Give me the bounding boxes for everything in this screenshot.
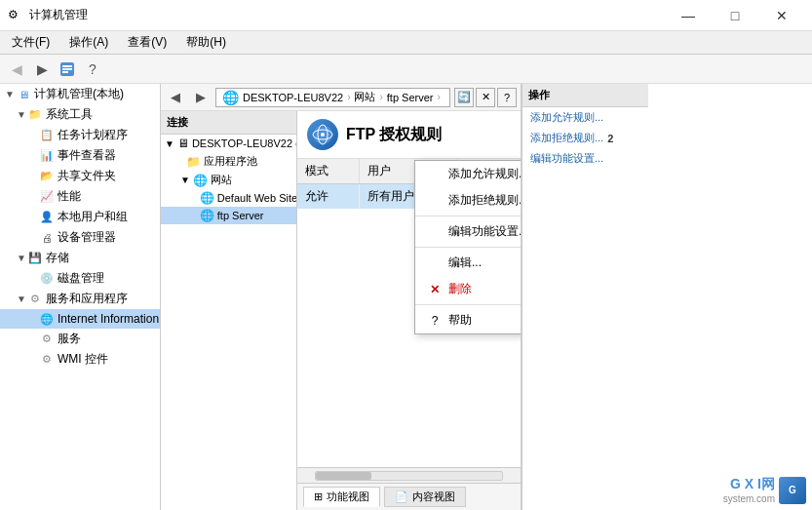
ops-add-deny-label: 添加拒绝规则... <box>530 131 603 145</box>
tab-feature-view[interactable]: ⊞ 功能视图 <box>303 487 380 507</box>
expand-icon: ▼ <box>16 109 27 121</box>
toolbar: ◀ ▶ ? <box>0 55 812 84</box>
ops-add-deny[interactable]: 添加拒绝规则... 2 <box>522 128 648 148</box>
context-menu: 添加允许规则... 添加拒绝规则... 编辑功能设置... 编辑... <box>414 160 521 334</box>
event-icon: 📊 <box>39 148 55 164</box>
ctx-help[interactable]: ? 帮助 <box>415 307 521 333</box>
task-icon: 📋 <box>39 128 55 143</box>
sidebar-system-tools[interactable]: ▼ 📁 系统工具 <box>0 104 160 125</box>
help-icon: ? <box>427 313 443 329</box>
svg-point-7 <box>321 133 325 137</box>
content-view-icon: 📄 <box>395 490 408 503</box>
feature-view-icon: ⊞ <box>314 490 323 503</box>
horizontal-scrollbar[interactable] <box>297 467 521 483</box>
back-button[interactable]: ◀ <box>6 59 27 80</box>
ops-add-allow[interactable]: 添加允许规则... <box>522 107 648 128</box>
ctx-edit-settings[interactable]: 编辑功能设置... <box>415 218 521 245</box>
addr-refresh-button[interactable]: 🔄 <box>454 88 474 107</box>
sidebar-local-users[interactable]: 👤 本地用户和组 <box>0 207 160 227</box>
conn-tree-root[interactable]: ▼ 🖥 DESKTOP-LEU8V22 (DE <box>161 135 296 152</box>
spacer <box>27 150 39 162</box>
ops-header: 操作 <box>522 84 648 107</box>
address-bar: ◀ ▶ 🌐 DESKTOP-LEU8V22 › 网站 › ftp Server … <box>161 84 521 111</box>
sidebar-task-scheduler[interactable]: 📋 任务计划程序 <box>0 125 160 145</box>
ops-add-allow-label: 添加允许规则... <box>530 110 603 125</box>
toolbar-btn-3[interactable] <box>57 59 78 80</box>
conn-tree-sites[interactable]: ▼ 🌐 网站 <box>161 171 296 189</box>
ctx-edit[interactable]: 编辑... <box>415 250 521 276</box>
sidebar-item-label: 存储 <box>46 250 69 266</box>
spacer <box>27 232 39 244</box>
bottom-tabs: ⊞ 功能视图 📄 内容视图 <box>297 483 521 510</box>
iis-icon: 🌐 <box>39 311 55 327</box>
menu-view[interactable]: 查看(V) <box>120 32 174 53</box>
delete-icon: ✕ <box>427 282 443 297</box>
forward-button[interactable]: ▶ <box>31 59 53 80</box>
col-mode: 模式 <box>297 159 359 184</box>
conn-tree-apppool[interactable]: 📁 应用程序池 <box>161 152 296 171</box>
addr-icon: 🌐 <box>222 90 239 105</box>
addr-help-button[interactable]: ? <box>497 88 517 107</box>
close-button[interactable]: ✕ <box>759 4 804 27</box>
tab-content-view[interactable]: 📄 内容视图 <box>384 487 466 507</box>
addr-stop-button[interactable]: ✕ <box>476 88 495 107</box>
operations-panel: 操作 添加允许规则... 添加拒绝规则... 2 编辑功能设置... G X I… <box>522 84 648 510</box>
computer-icon: 🖥 <box>16 87 31 102</box>
conn-tree-label: Default Web Site <box>217 192 296 204</box>
spacer <box>27 273 39 285</box>
menu-file[interactable]: 文件(F) <box>4 32 58 53</box>
disk-icon: 💿 <box>39 271 55 287</box>
conn-tree-label: DESKTOP-LEU8V22 (DE <box>192 137 296 149</box>
title-bar: ⚙ 计算机管理 — □ ✕ <box>0 0 812 31</box>
sidebar-services[interactable]: ⚙ 服务 <box>0 329 160 349</box>
user-icon: 👤 <box>39 210 55 225</box>
sidebar-performance[interactable]: 📈 性能 <box>0 186 160 207</box>
menu-help[interactable]: 帮助(H) <box>178 32 234 53</box>
sidebar-item-label: 磁盘管理 <box>58 270 104 287</box>
spacer <box>27 333 39 345</box>
edit-icon <box>427 255 443 271</box>
sidebar-item-label: 系统工具 <box>46 106 93 123</box>
svc-icon: ⚙ <box>39 332 55 347</box>
address-path: 🌐 DESKTOP-LEU8V22 › 网站 › ftp Server › <box>215 88 450 107</box>
sidebar-storage[interactable]: ▼ 💾 存储 <box>0 248 160 268</box>
conn-tree-ftpserver[interactable]: 🌐 ftp Server <box>161 207 296 224</box>
maximize-button[interactable]: □ <box>713 4 757 27</box>
ops-badge-2: 2 <box>607 133 613 144</box>
ctx-add-allow[interactable]: 添加允许规则... <box>415 161 521 187</box>
ctx-item-label: 编辑... <box>448 255 482 271</box>
wmi-icon: ⚙ <box>39 352 55 368</box>
ctx-item-label: 编辑功能设置... <box>448 223 521 240</box>
sidebar-services-apps[interactable]: ▼ ⚙ 服务和应用程序 <box>0 289 160 309</box>
window-controls: — □ ✕ <box>666 4 804 27</box>
conn-tree-label: ftp Server <box>217 210 264 221</box>
conn-tree-defaultweb[interactable]: 🌐 Default Web Site <box>161 189 296 207</box>
conn-tree-label: 网站 <box>211 173 232 187</box>
sidebar-shared-folders[interactable]: 📂 共享文件夹 <box>0 166 160 186</box>
ctx-separator-2 <box>415 247 521 248</box>
minimize-button[interactable]: — <box>666 4 711 27</box>
sidebar-event-viewer[interactable]: 📊 事件查看器 <box>0 145 160 166</box>
conn-tree-label: 应用程序池 <box>204 154 257 169</box>
sidebar-wmi[interactable]: ⚙ WMI 控件 <box>0 349 160 370</box>
sidebar-device-manager[interactable]: 🖨 设备管理器 <box>0 227 160 248</box>
ftp-header: FTP 授权规则 <box>297 111 521 159</box>
ops-edit-settings[interactable]: 编辑功能设置... <box>522 148 648 169</box>
menu-bar: 文件(F) 操作(A) 查看(V) 帮助(H) <box>0 31 812 55</box>
addr-back-button[interactable]: ◀ <box>165 88 186 107</box>
connection-sidebar: 连接 ▼ 🖥 DESKTOP-LEU8V22 (DE 📁 应用程序池 ▼ 🌐 网… <box>161 111 297 510</box>
menu-action[interactable]: 操作(A) <box>61 32 116 53</box>
sidebar-iis[interactable]: 🌐 Internet Information S <box>0 309 160 329</box>
sidebar-root[interactable]: ▼ 🖥 计算机管理(本地) <box>0 84 160 104</box>
addr-part2: 网站 <box>354 90 375 104</box>
ctx-add-deny[interactable]: 添加拒绝规则... <box>415 187 521 214</box>
sidebar-item-label: WMI 控件 <box>58 351 108 368</box>
ctx-delete[interactable]: ✕ 删除 1 <box>415 276 521 302</box>
expand-icon: ▼ <box>16 294 27 305</box>
sidebar-item-label: 本地用户和组 <box>58 209 128 225</box>
help-button[interactable]: ? <box>82 59 103 80</box>
addr-forward-button[interactable]: ▶ <box>190 88 212 107</box>
sidebar-disk-mgmt[interactable]: 💿 磁盘管理 <box>0 268 160 289</box>
content-area: FTP 授权规则 模式 用户 角色 <box>297 111 521 510</box>
spacer <box>27 191 39 203</box>
